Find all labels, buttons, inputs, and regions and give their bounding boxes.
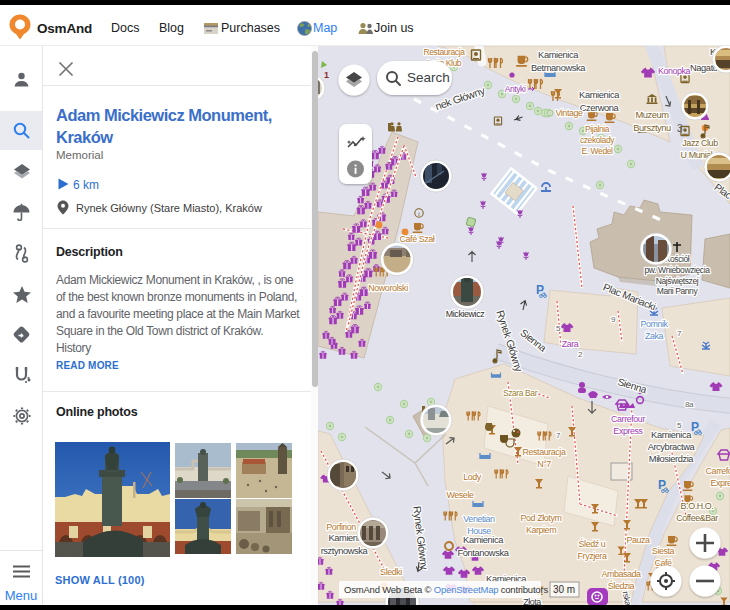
svg-text:Carrefo: Carrefo — [706, 466, 730, 476]
svg-text:pw. Wniebowzięcia: pw. Wniebowzięcia — [644, 265, 710, 275]
svg-text:Kamienica: Kamienica — [538, 50, 579, 60]
svg-text:Siesta: Siesta — [652, 546, 675, 556]
svg-text:Kamienica: Kamienica — [651, 430, 692, 440]
svg-text:Wesele: Wesele — [446, 490, 473, 500]
svg-text:Żaka: Żaka — [645, 331, 664, 341]
svg-text:1: 1 — [324, 70, 329, 80]
svg-text:Pod Złotym: Pod Złotym — [521, 513, 562, 523]
svg-text:Zara: Zara — [562, 339, 579, 349]
svg-text:Złota: Złota — [523, 597, 541, 605]
svg-text:N°7: N°7 — [537, 459, 551, 469]
svg-text:i: i — [418, 210, 420, 218]
svg-text:Pauza: Pauza — [626, 535, 650, 545]
svg-text:Porfirion: Porfirion — [326, 522, 356, 532]
svg-text:Konopka: Konopka — [658, 66, 691, 76]
svg-text:Pomnik: Pomnik — [640, 319, 668, 329]
svg-text:Śledki: Śledki — [380, 566, 402, 577]
svg-text:Fontanowska: Fontanowska — [458, 548, 510, 558]
svg-text:Restauracja: Restauracja — [424, 47, 466, 57]
svg-text:Jazz Club: Jazz Club — [682, 138, 718, 148]
svg-text:Szara Bar: Szara Bar — [503, 388, 538, 398]
svg-text:rsztynowska: rsztynowska — [321, 546, 369, 556]
svg-text:Bursztynu: Bursztynu — [633, 123, 671, 133]
svg-text:Ambasada: Ambasada — [601, 569, 641, 579]
svg-text:Muzeum: Muzeum — [635, 110, 669, 120]
svg-text:Fryzjera: Fryzjera — [578, 551, 607, 561]
svg-text:Expre: Expre — [710, 478, 730, 488]
svg-text:Noworolski: Noworolski — [368, 283, 408, 293]
svg-text:Marii Panny: Marii Panny — [657, 286, 699, 296]
svg-text:Coffee&Bar: Coffee&Bar — [676, 513, 718, 523]
svg-text:Antyki: Antyki — [505, 84, 526, 94]
svg-text:Czerwona: Czerwona — [580, 103, 620, 113]
svg-text:Lody: Lody — [463, 472, 482, 482]
svg-text:czekolady: czekolady — [580, 135, 615, 145]
svg-text:Karpiem: Karpiem — [526, 525, 556, 535]
svg-text:Miłosierdzia: Miłosierdzia — [649, 454, 695, 464]
svg-text:Betmanowska: Betmanowska — [531, 63, 586, 73]
svg-text:Arcybractwa: Arcybractwa — [648, 442, 696, 452]
svg-text:OsmAnd Web Beta © OpenStreetMa: OsmAnd Web Beta © OpenStreetMap contribu… — [344, 584, 548, 595]
svg-text:Search: Search — [407, 70, 450, 85]
svg-text:Restauracja: Restauracja — [523, 447, 566, 457]
svg-text:Express: Express — [613, 426, 643, 436]
svg-text:Café Szał: Café Szał — [400, 234, 435, 244]
svg-text:Mickiewicz: Mickiewicz — [446, 309, 484, 319]
svg-text:8a: 8a — [685, 400, 694, 409]
svg-text:3: 3 — [677, 123, 683, 134]
svg-text:Najświętszej: Najświętszej — [656, 276, 699, 286]
svg-text:E. Wedel: E. Wedel — [581, 146, 613, 156]
svg-text:Pijalnia: Pijalnia — [585, 124, 610, 134]
svg-text:Vintage: Vintage — [555, 108, 583, 118]
svg-text:Kamienica: Kamienica — [463, 535, 504, 545]
svg-text:B.O.H.O.: B.O.H.O. — [681, 501, 714, 511]
svg-text:Śledź u: Śledź u — [579, 538, 606, 549]
svg-text:Kamienica: Kamienica — [579, 90, 620, 100]
svg-text:Carrefour: Carrefour — [611, 414, 645, 424]
svg-text:30 m: 30 m — [553, 584, 575, 595]
svg-text:Venetian: Venetian — [463, 514, 495, 524]
